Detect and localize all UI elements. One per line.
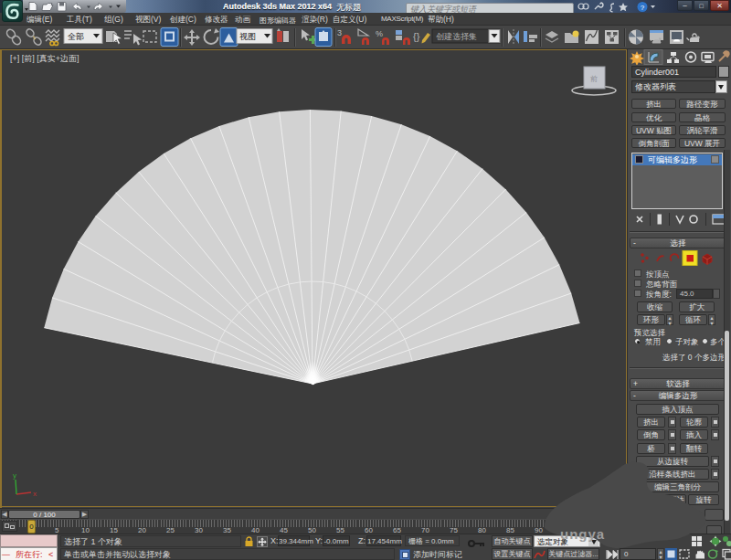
- svg-text:视图: 视图: [239, 32, 256, 41]
- svg-text:y: y: [13, 471, 16, 480]
- svg-text:x: x: [33, 490, 37, 498]
- svg-text:%: %: [376, 29, 383, 38]
- svg-text:创建选择集: 创建选择集: [436, 32, 477, 41]
- svg-text:?: ?: [641, 4, 645, 12]
- svg-text:{}: {}: [413, 31, 420, 42]
- svg-text:3: 3: [337, 28, 342, 37]
- svg-text:全部: 全部: [68, 32, 84, 41]
- svg-text:前: 前: [590, 75, 598, 83]
